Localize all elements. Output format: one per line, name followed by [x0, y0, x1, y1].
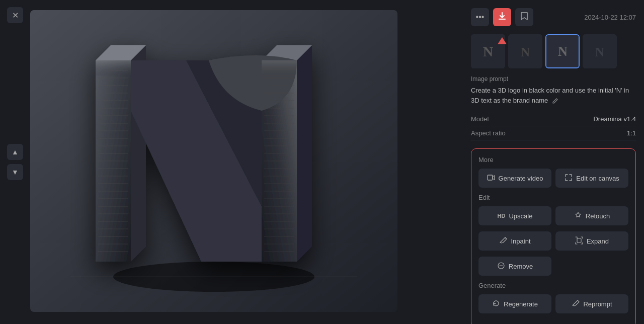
more-options-button[interactable]: •••	[471, 8, 489, 26]
regenerate-label: Regenerate	[504, 300, 538, 308]
edit-actions-row3: Remove	[478, 257, 628, 276]
aspect-ratio-row: Aspect ratio 1:1	[471, 126, 636, 140]
right-panel: ••• 2024-10-22 12:07	[463, 0, 644, 324]
reprompt-button[interactable]: Reprompt	[555, 294, 628, 313]
expand-icon	[575, 236, 583, 246]
model-label: Model	[471, 115, 489, 123]
more-actions: Generate video Edit on canvas	[478, 169, 628, 188]
bookmark-button[interactable]	[515, 8, 533, 26]
main-image	[30, 10, 397, 312]
toolbar: ••• 2024-10-22 12:07	[471, 8, 636, 26]
close-button[interactable]: ✕	[7, 7, 23, 23]
svg-text:N: N	[521, 45, 530, 59]
chevron-down-icon: ▼	[12, 168, 19, 176]
bookmark-icon	[520, 12, 528, 23]
svg-text:N: N	[483, 44, 493, 59]
upscale-button[interactable]: HD Upscale	[478, 206, 551, 225]
remove-icon	[497, 262, 505, 271]
retouch-icon	[574, 211, 582, 221]
svg-text:N: N	[558, 44, 568, 59]
inpaint-label: Inpaint	[511, 237, 530, 245]
generate-video-label: Generate video	[499, 175, 543, 182]
upscale-label: Upscale	[509, 212, 532, 220]
edit-actions-row1: HD Upscale Retouch	[478, 206, 628, 225]
more-panel: More Generate video Edit on canvas	[471, 148, 636, 324]
model-row: Model Dreamina v1.4	[471, 112, 636, 126]
video-icon	[487, 174, 495, 183]
reprompt-label: Reprompt	[583, 300, 612, 308]
thumbnail-3[interactable]: N	[545, 34, 580, 68]
close-icon: ✕	[12, 11, 19, 20]
aspect-ratio-label: Aspect ratio	[471, 129, 506, 137]
more-section-label: More	[478, 156, 628, 164]
timestamp: 2024-10-22 12:07	[584, 14, 636, 21]
more-icon: •••	[476, 13, 485, 22]
generate-actions: Regenerate Reprompt	[478, 294, 628, 313]
expand-label: Expand	[587, 237, 609, 245]
inpaint-button[interactable]: Inpaint	[478, 231, 551, 251]
edit-on-canvas-button[interactable]: Edit on canvas	[555, 169, 628, 188]
thumbnail-2[interactable]: N	[508, 34, 542, 68]
nav-up-button[interactable]: ▲	[7, 144, 23, 160]
download-button[interactable]	[493, 8, 511, 26]
nav-down-button[interactable]: ▼	[7, 164, 23, 180]
prompt-text: Create a 3D logo in black color and use …	[471, 86, 636, 105]
svg-rect-62	[577, 238, 581, 242]
aspect-ratio-value: 1:1	[627, 129, 636, 137]
edit-actions-row2: Inpaint Expand	[478, 231, 628, 251]
generate-video-button[interactable]: Generate video	[478, 169, 551, 188]
reprompt-icon	[572, 299, 580, 309]
thumbnails-row: N N N N	[471, 34, 636, 68]
regenerate-icon	[492, 299, 500, 309]
nav-arrows: ▲ ▼	[7, 144, 23, 180]
model-value: Dreamina v1.4	[593, 115, 636, 123]
inpaint-icon	[499, 236, 507, 246]
canvas-icon	[565, 174, 573, 183]
regenerate-button[interactable]: Regenerate	[478, 294, 551, 313]
expand-button[interactable]: Expand	[555, 231, 628, 251]
retouch-button[interactable]: Retouch	[555, 206, 628, 225]
download-icon	[498, 12, 507, 23]
svg-text:N: N	[595, 45, 605, 59]
remove-label: Remove	[509, 263, 533, 270]
prompt-label: Image prompt	[471, 75, 636, 83]
generate-section-label: Generate	[478, 282, 628, 289]
chevron-up-icon: ▲	[12, 148, 19, 156]
remove-button[interactable]: Remove	[478, 257, 551, 276]
hd-icon: HD	[498, 213, 506, 219]
edit-prompt-icon[interactable]	[552, 96, 558, 105]
thumbnail-4[interactable]: N	[583, 34, 617, 68]
edit-section-label: Edit	[478, 194, 628, 201]
svg-rect-61	[488, 175, 493, 180]
edit-on-canvas-label: Edit on canvas	[576, 175, 619, 182]
retouch-label: Retouch	[586, 212, 610, 220]
